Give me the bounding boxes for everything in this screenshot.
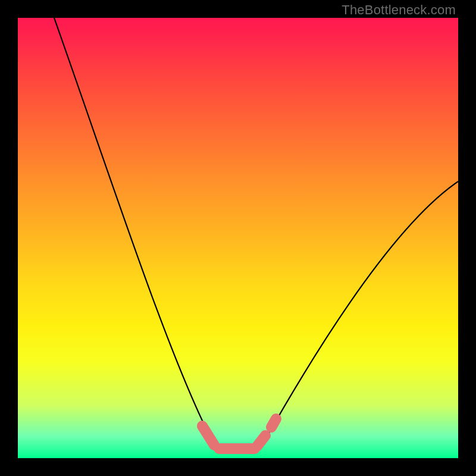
plot-svg — [18, 18, 458, 458]
bottom-marker-right-high — [271, 419, 276, 427]
curve-right — [265, 181, 458, 440]
curve-left — [54, 18, 211, 439]
chart-frame: TheBottleneck.com — [0, 0, 476, 476]
plot-gradient-area — [18, 18, 458, 458]
bottom-marker-left — [202, 426, 214, 445]
bottom-marker-right-low — [257, 436, 265, 446]
watermark-text: TheBottleneck.com — [342, 2, 456, 18]
